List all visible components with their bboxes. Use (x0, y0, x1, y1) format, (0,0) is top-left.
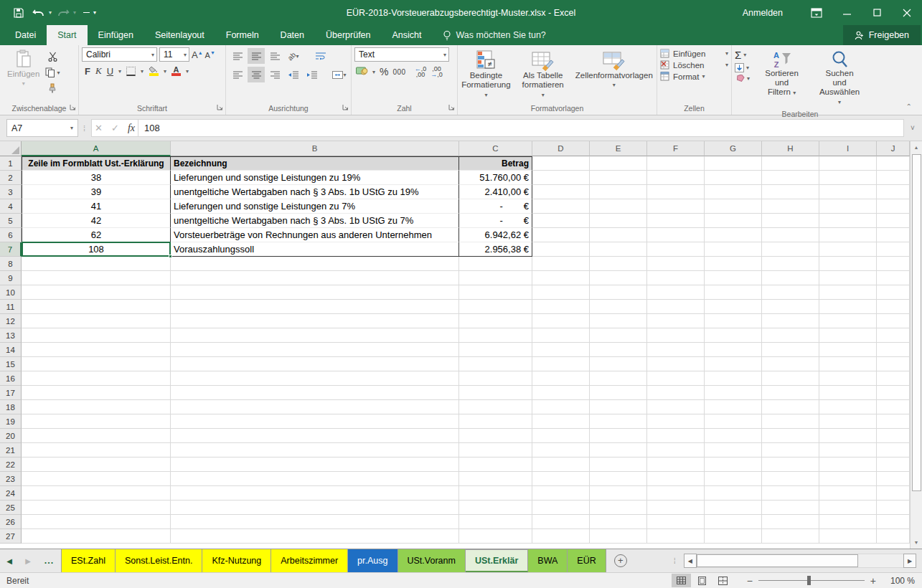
copy-icon[interactable]: ▾ (44, 65, 61, 80)
cell-E8[interactable] (590, 257, 647, 271)
cell-E1[interactable] (590, 156, 647, 171)
scroll-down-icon[interactable]: ▼ (911, 536, 922, 549)
cell-H21[interactable] (762, 443, 819, 457)
cell-A23[interactable] (22, 472, 171, 486)
cell-H10[interactable] (762, 285, 819, 300)
cell-J11[interactable] (877, 300, 910, 314)
row-header-2[interactable]: 2 (0, 171, 22, 185)
row-header-25[interactable]: 25 (0, 501, 22, 515)
cell-I21[interactable] (819, 443, 877, 457)
cell-J20[interactable] (877, 429, 910, 443)
increase-indent-icon[interactable] (304, 67, 321, 82)
cell-D9[interactable] (532, 271, 590, 285)
cell-G22[interactable] (705, 457, 762, 472)
cell-F7[interactable] (647, 242, 705, 257)
cell-E5[interactable] (590, 214, 647, 228)
cell-C17[interactable] (459, 386, 532, 400)
format-cells-button[interactable]: Format▾ (660, 72, 728, 81)
cell-C16[interactable] (459, 371, 532, 386)
cell-H16[interactable] (762, 371, 819, 386)
cell-F22[interactable] (647, 457, 705, 472)
cell-E22[interactable] (590, 457, 647, 472)
cell-G3[interactable] (705, 185, 762, 199)
cell-G1[interactable] (705, 156, 762, 171)
cell-F3[interactable] (647, 185, 705, 199)
expand-formula-bar-icon[interactable]: ˅ (904, 124, 921, 132)
collapse-ribbon-icon[interactable]: ⌃ (906, 103, 912, 110)
italic-button[interactable]: K (95, 65, 102, 77)
cell-B11[interactable] (171, 300, 459, 314)
insert-cells-button[interactable]: Einfügen▾ (660, 49, 728, 58)
sheet-tab-kfz-nutzung[interactable]: Kfz-Nutzung (202, 549, 271, 572)
ribbon-tab-formeln[interactable]: Formeln (215, 25, 270, 45)
cell-I22[interactable] (819, 457, 877, 472)
cell-C22[interactable] (459, 457, 532, 472)
scroll-left-icon[interactable]: ◀ (684, 554, 697, 568)
cell-B20[interactable] (171, 429, 459, 443)
cell-H26[interactable] (762, 515, 819, 529)
row-header-5[interactable]: 5 (0, 214, 22, 228)
cell-A14[interactable] (22, 343, 171, 357)
ribbon-tab-seitenlayout[interactable]: Seitenlayout (144, 25, 215, 45)
zoom-slider[interactable] (758, 580, 865, 581)
cell-J13[interactable] (877, 328, 910, 343)
cell-I24[interactable] (819, 486, 877, 501)
cell-C4[interactable]: - € (459, 199, 532, 214)
cell-I27[interactable] (819, 529, 877, 544)
cell-A27[interactable] (22, 529, 171, 544)
vertical-scroll-thumb[interactable] (912, 154, 921, 491)
cell-H9[interactable] (762, 271, 819, 285)
sheet-tab-sonst.leist.entn.[interactable]: Sonst.Leist.Entn. (116, 549, 203, 572)
cell-G16[interactable] (705, 371, 762, 386)
cell-I3[interactable] (819, 185, 877, 199)
column-header-a[interactable]: A (22, 141, 171, 156)
cell-J26[interactable] (877, 515, 910, 529)
cell-D14[interactable] (532, 343, 590, 357)
cell-E10[interactable] (590, 285, 647, 300)
row-header-16[interactable]: 16 (0, 371, 22, 386)
cell-G20[interactable] (705, 429, 762, 443)
ribbon-tab-datei[interactable]: Datei (4, 25, 47, 45)
cell-D6[interactable] (532, 228, 590, 242)
cell-F16[interactable] (647, 371, 705, 386)
cell-B22[interactable] (171, 457, 459, 472)
align-left-icon[interactable] (229, 67, 246, 82)
cell-F5[interactable] (647, 214, 705, 228)
cell-G8[interactable] (705, 257, 762, 271)
scroll-up-icon[interactable]: ▲ (911, 141, 922, 153)
name-box[interactable]: A7 ▾ (6, 119, 78, 137)
cell-E11[interactable] (590, 300, 647, 314)
cell-E12[interactable] (590, 314, 647, 328)
cell-F18[interactable] (647, 400, 705, 414)
cell-B24[interactable] (171, 486, 459, 501)
borders-dropdown-icon[interactable]: ▾ (141, 68, 144, 75)
cell-H23[interactable] (762, 472, 819, 486)
font-dialog-launcher-icon[interactable] (217, 102, 223, 113)
cell-G11[interactable] (705, 300, 762, 314)
cell-C19[interactable] (459, 414, 532, 429)
cell-H25[interactable] (762, 501, 819, 515)
font-color-dropdown-icon[interactable]: ▾ (186, 68, 189, 75)
cell-B25[interactable] (171, 501, 459, 515)
percent-style-button[interactable]: % (380, 66, 388, 77)
cell-G9[interactable] (705, 271, 762, 285)
borders-icon[interactable] (126, 67, 136, 76)
page-break-view-icon[interactable] (713, 574, 733, 587)
ribbon-tab-einfügen[interactable]: Einfügen (88, 25, 144, 45)
cell-C12[interactable] (459, 314, 532, 328)
cell-I6[interactable] (819, 228, 877, 242)
cell-F17[interactable] (647, 386, 705, 400)
cell-J24[interactable] (877, 486, 910, 501)
column-header-f[interactable]: F (647, 141, 705, 156)
cell-D3[interactable] (532, 185, 590, 199)
cell-C26[interactable] (459, 515, 532, 529)
cell-A10[interactable] (22, 285, 171, 300)
cell-C20[interactable] (459, 429, 532, 443)
vertical-scrollbar[interactable]: ▲ ▼ (910, 141, 922, 549)
fill-button[interactable]: ▾ (735, 63, 750, 72)
shrink-font-icon[interactable]: A▼ (205, 50, 215, 60)
cell-A4[interactable]: 41 (22, 199, 171, 214)
cell-B15[interactable] (171, 357, 459, 371)
row-header-14[interactable]: 14 (0, 343, 22, 357)
cell-I16[interactable] (819, 371, 877, 386)
